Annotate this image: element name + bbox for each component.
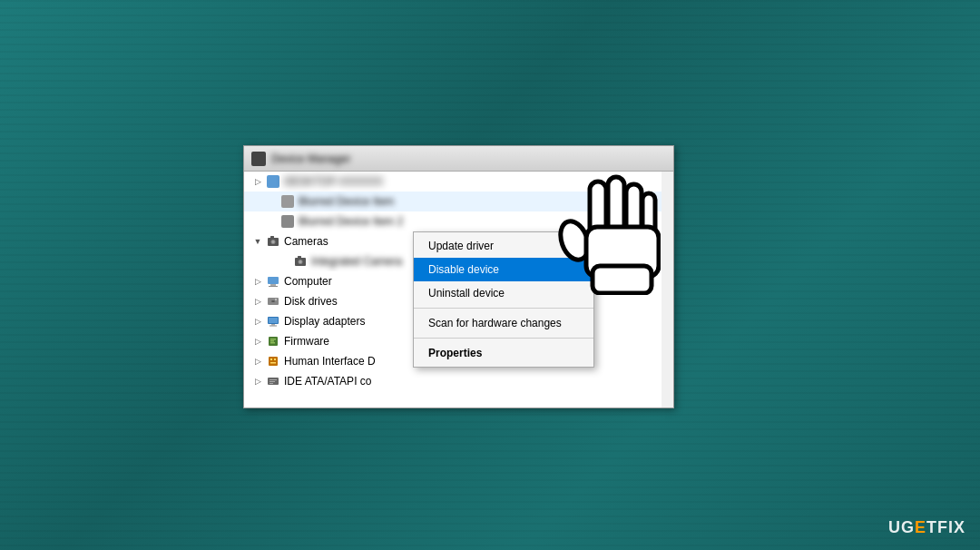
svg-point-6: [299, 260, 302, 263]
computer-icon: [266, 274, 280, 289]
svg-rect-21: [270, 342, 275, 344]
svg-point-13: [275, 299, 277, 300]
device-icon: [280, 194, 295, 209]
svg-rect-23: [270, 358, 272, 360]
hid-icon: [266, 354, 280, 368]
chevron-icon: ▷: [251, 355, 264, 368]
computer-label: Computer: [284, 275, 332, 288]
ide-label: IDE ATA/ATAPI co: [284, 375, 371, 388]
display-label: Display adapters: [284, 315, 365, 328]
svg-rect-20: [270, 340, 274, 342]
disk-icon: [266, 294, 280, 309]
svg-rect-19: [270, 339, 276, 340]
svg-rect-22: [269, 357, 278, 366]
camera-sub-label: Integrated Camera: [311, 255, 402, 268]
ctx-separator-2: [414, 338, 593, 339]
context-menu: Update driver Disable device Uninstall d…: [413, 231, 594, 368]
ctx-uninstall-device[interactable]: Uninstall device: [414, 281, 593, 305]
svg-rect-25: [270, 362, 276, 364]
svg-point-2: [272, 241, 275, 243]
chevron-icon: ▼: [251, 235, 264, 248]
chevron-icon: ▷: [251, 315, 264, 328]
svg-rect-17: [270, 326, 277, 327]
item-label: DESKTOP-XXXXXX: [284, 175, 383, 188]
watermark-prefix: UG: [888, 518, 915, 536]
titlebar: Device Manager: [244, 146, 673, 172]
ide-icon: [266, 374, 280, 388]
tree-row-ide[interactable]: ▷ IDE ATA/ATAPI co: [244, 371, 662, 391]
ctx-update-driver[interactable]: Update driver: [414, 234, 593, 258]
uninstall-device-label: Uninstall device: [428, 287, 505, 300]
tree-row-blurred1[interactable]: ▷ DESKTOP-XXXXXX: [244, 172, 662, 192]
svg-rect-28: [270, 381, 275, 382]
chevron-icon: ▷: [251, 295, 264, 308]
watermark-suffix: TFIX: [926, 518, 965, 536]
disk-label: Disk drives: [284, 295, 338, 308]
firmware-icon: [266, 334, 280, 349]
item-label: Blurred Device Item: [299, 195, 394, 208]
hid-label: Human Interface D: [284, 355, 376, 368]
chevron-icon: [279, 255, 291, 268]
firmware-label: Firmware: [284, 335, 329, 348]
display-icon: [266, 314, 280, 329]
watermark: UGETFIX: [888, 518, 965, 537]
device-icon: [266, 174, 280, 189]
chevron-icon: ▷: [251, 375, 264, 388]
cameras-label: Cameras: [284, 235, 328, 248]
disable-device-label: Disable device: [428, 263, 499, 276]
svg-point-12: [271, 300, 275, 302]
svg-rect-3: [270, 236, 274, 238]
camera-sub-icon: [293, 254, 308, 269]
update-driver-label: Update driver: [428, 240, 494, 252]
device-icon: [280, 214, 295, 229]
chevron-icon: ▷: [251, 275, 264, 288]
camera-icon: [266, 234, 280, 249]
ctx-scan-hardware[interactable]: Scan for hardware changes: [414, 311, 593, 335]
svg-rect-15: [269, 318, 278, 323]
chevron-icon: ▷: [251, 175, 264, 188]
app-icon: [251, 152, 266, 166]
ctx-disable-device[interactable]: Disable device: [414, 258, 593, 281]
svg-rect-16: [271, 324, 275, 326]
ctx-properties[interactable]: Properties: [414, 341, 593, 365]
svg-rect-24: [274, 358, 276, 360]
item-label: Blurred Device Item 2: [299, 215, 403, 228]
chevron-icon: [266, 195, 279, 208]
svg-rect-9: [270, 284, 276, 286]
svg-rect-7: [298, 256, 301, 258]
svg-rect-27: [270, 379, 277, 380]
svg-rect-8: [268, 277, 279, 284]
svg-rect-10: [269, 286, 278, 287]
window-title: Device Manager: [271, 152, 666, 165]
properties-label: Properties: [428, 347, 482, 359]
tree-row-blurred3[interactable]: Blurred Device Item 2: [244, 211, 662, 231]
ctx-separator-1: [414, 308, 593, 309]
chevron-icon: ▷: [251, 335, 264, 348]
watermark-accent: E: [915, 518, 926, 536]
tree-row-blurred2[interactable]: Blurred Device Item: [244, 192, 662, 211]
svg-rect-29: [270, 383, 273, 384]
chevron-icon: [266, 215, 279, 228]
scan-hardware-label: Scan for hardware changes: [428, 317, 562, 329]
